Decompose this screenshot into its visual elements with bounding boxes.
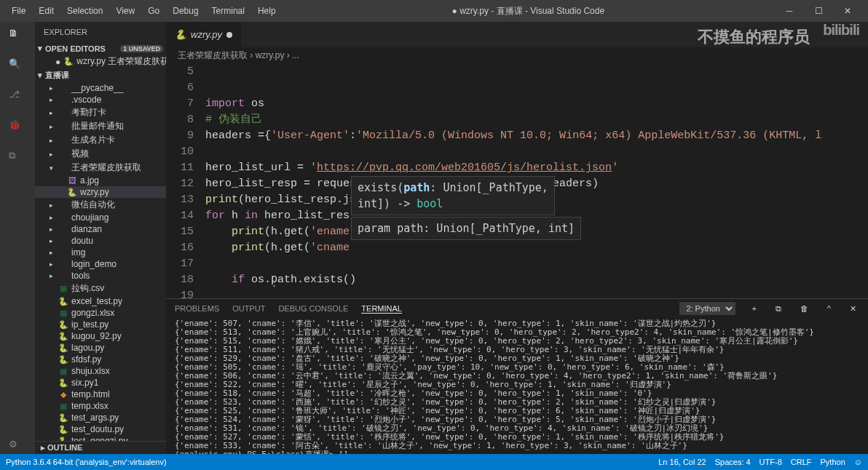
new-terminal-icon[interactable]: + (749, 304, 759, 313)
open-editors-label: OPEN EDITORS (45, 44, 106, 53)
folder-img[interactable]: ▸img (35, 247, 166, 258)
file-lagou.py[interactable]: 🐍lagou.py (35, 342, 166, 354)
signature-hint: exists(path: Union[_PathType,int]) -> bo… (351, 176, 555, 215)
folder-视频[interactable]: ▸视频 (35, 147, 166, 161)
breadcrumb[interactable]: 王者荣耀皮肤获取 › wzry.py › ... (166, 47, 868, 64)
status-item[interactable]: Python (821, 458, 845, 466)
split-terminal-icon[interactable]: ⧉ (773, 304, 784, 314)
file-ip_test.py[interactable]: 🐍ip_test.py (35, 319, 166, 330)
folder-dianzan[interactable]: ▸dianzan (35, 223, 166, 235)
folder-批量邮件通知[interactable]: ▸批量邮件通知 (35, 119, 166, 133)
maximize-icon[interactable]: ☐ (804, 3, 833, 19)
sidebar-title: EXPLORER (35, 22, 166, 42)
file-tree: ▸__pycache__▸.vscode▸考勤打卡▸批量邮件通知▸生成名片卡▸视… (35, 82, 166, 441)
extensions-icon[interactable]: ⧉ (9, 150, 26, 167)
python-icon: 🐍 (175, 29, 186, 40)
window-title: ● wzry.py - 直播课 - Visual Studio Code (282, 5, 775, 17)
menu-file[interactable]: File (6, 3, 31, 19)
folder-doutu[interactable]: ▸doutu (35, 235, 166, 247)
open-editor-item[interactable]: ● 🐍 wzry.py 王者荣耀皮肤获取 (35, 55, 166, 68)
folder-微信自动化[interactable]: ▸微信自动化 (35, 198, 166, 212)
line-numbers: 56789101112131415161718192021 (166, 64, 205, 298)
folder-.vscode[interactable]: ▸.vscode (35, 94, 166, 105)
unsaved-badge: 1 UNSAVED (120, 45, 163, 52)
file-test_doutu.py[interactable]: 🐍test_doutu.py (35, 423, 166, 435)
bilibili-logo: bilibili (823, 22, 859, 39)
file-temp.xlsx[interactable]: ▦temp.xlsx (35, 400, 166, 412)
code-editor[interactable]: 56789101112131415161718192021 import os#… (166, 64, 868, 298)
bottom-panel: PROBLEMSOUTPUTDEBUG CONSOLETERMINAL 2: P… (166, 298, 868, 454)
terminal-output[interactable]: {'ename': 507, 'cname': '李信', 'title': '… (166, 318, 868, 454)
file-six.py1[interactable]: 🐍six.py1 (35, 377, 166, 389)
outline-header[interactable]: ▸ OUTLINE (35, 441, 166, 454)
file-拉钩.csv[interactable]: ▦拉钩.csv (35, 282, 166, 295)
menu-view[interactable]: View (110, 3, 141, 19)
workspace-header[interactable]: ▾ 直播课 (35, 68, 166, 82)
folder-choujiang[interactable]: ▸choujiang (35, 212, 166, 223)
folder-王者荣耀皮肤获取[interactable]: ▾王者荣耀皮肤获取 (35, 161, 166, 175)
panel-tab-terminal[interactable]: TERMINAL (361, 304, 402, 314)
folder-tools[interactable]: ▸tools (35, 270, 166, 282)
window-controls: ─ ☐ ✕ (775, 3, 862, 19)
panel-tab-problems[interactable]: PROBLEMS (175, 304, 219, 313)
open-editor-filename: wzry.py 王者荣耀皮肤获取 (76, 55, 178, 68)
maximize-panel-icon[interactable]: ^ (824, 304, 834, 313)
panel-tab-output[interactable]: OUTPUT (232, 304, 265, 313)
menu-debug[interactable]: Debug (167, 3, 204, 19)
gear-icon[interactable]: ⚙ (9, 439, 17, 450)
status-bar: Python 3.6.4 64-bit ('analysis_env':virt… (0, 454, 868, 470)
file-test_gongzi.py[interactable]: 🐍test_gongzi.py (35, 435, 166, 441)
minimize-icon[interactable]: ─ (775, 3, 804, 19)
file-wzry.py[interactable]: 🐍wzry.py (35, 186, 166, 198)
file-sfdsf.py[interactable]: 🐍sfdsf.py (35, 354, 166, 365)
editor-area: 🐍 wzry.py 王者荣耀皮肤获取 › wzry.py › ... 56789… (166, 22, 868, 454)
status-item[interactable]: UTF-8 (760, 458, 782, 466)
titlebar: FileEditSelectionViewGoDebugTerminalHelp… (0, 0, 868, 22)
close-icon[interactable]: ✕ (833, 3, 862, 19)
menu-selection[interactable]: Selection (61, 3, 108, 19)
close-panel-icon[interactable]: ✕ (847, 304, 859, 314)
folder-生成名片卡[interactable]: ▸生成名片卡 (35, 133, 166, 147)
file-gongzi.xlsx[interactable]: ▦gongzi.xlsx (35, 307, 166, 319)
kill-terminal-icon[interactable]: 🗑 (797, 304, 811, 313)
menu-terminal[interactable]: Terminal (206, 3, 250, 19)
param-hint: param path: Union[_PathType, int] (351, 217, 581, 240)
source-control-icon[interactable]: ⎇ (9, 89, 26, 106)
editor-tabs: 🐍 wzry.py (166, 22, 868, 47)
code-content[interactable]: import os# 伪装自己headers ={'User-Agent':'M… (205, 64, 868, 298)
file-shuju.xlsx[interactable]: ▦shuju.xlsx (35, 365, 166, 377)
search-icon[interactable]: 🔍 (9, 58, 26, 76)
status-item[interactable]: Ln 16, Col 22 (658, 458, 706, 466)
file-temp.html[interactable]: ◆temp.html (35, 389, 166, 400)
sidebar: EXPLORER ▾ OPEN EDITORS 1 UNSAVED ● 🐍 wz… (35, 22, 166, 454)
activity-bar: 🗎 🔍 ⎇ 🐞 ⧉ (0, 22, 35, 454)
menu-edit[interactable]: Edit (33, 3, 60, 19)
folder-__pycache__[interactable]: ▸__pycache__ (35, 82, 166, 94)
workspace-name: 直播课 (45, 70, 69, 81)
status-item[interactable]: CRLF (791, 458, 812, 466)
file-excel_test.py[interactable]: 🐍excel_test.py (35, 295, 166, 307)
status-item[interactable]: ☺ (854, 458, 862, 466)
open-editors-header[interactable]: ▾ OPEN EDITORS 1 UNSAVED (35, 42, 166, 55)
unsaved-dot-icon (226, 32, 232, 38)
tab-wzry[interactable]: 🐍 wzry.py (166, 22, 242, 47)
status-item[interactable]: Spaces: 4 (715, 458, 751, 466)
terminal-selector[interactable]: 2: Python (679, 302, 735, 315)
file-test_args.py[interactable]: 🐍test_args.py (35, 412, 166, 423)
minimap[interactable] (821, 105, 868, 298)
python-interpreter[interactable]: Python 3.6.4 64-bit ('analysis_env':virt… (6, 458, 167, 466)
debug-icon[interactable]: 🐞 (9, 119, 26, 137)
folder-login_demo[interactable]: ▸login_demo (35, 258, 166, 270)
folder-考勤打卡[interactable]: ▸考勤打卡 (35, 105, 166, 119)
tab-label: wzry.py (191, 29, 222, 40)
file-kugou_92.py[interactable]: 🐍kugou_92.py (35, 330, 166, 342)
file-a.jpg[interactable]: 🖼a.jpg (35, 175, 166, 186)
menubar: FileEditSelectionViewGoDebugTerminalHelp (6, 3, 282, 19)
menu-go[interactable]: Go (142, 3, 165, 19)
panel-tab-debug-console[interactable]: DEBUG CONSOLE (278, 304, 348, 313)
panel-tabs: PROBLEMSOUTPUTDEBUG CONSOLETERMINAL 2: P… (166, 299, 868, 318)
menu-help[interactable]: Help (252, 3, 282, 19)
explorer-icon[interactable]: 🗎 (9, 28, 26, 45)
